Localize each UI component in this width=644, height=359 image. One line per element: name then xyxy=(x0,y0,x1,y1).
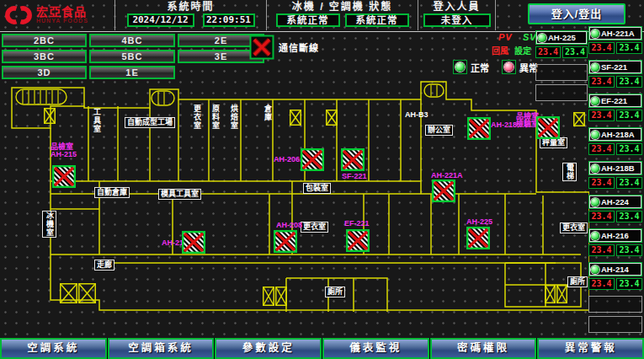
footer-button-儀表監視[interactable]: 儀表監視 xyxy=(322,338,429,359)
shaft-xbox-icon xyxy=(78,283,96,303)
floor-button-row: 2BC4BC2E xyxy=(2,34,264,47)
sv-value: 23.4 xyxy=(616,244,642,256)
floorplan: 工具室自動成型工場更衣室原料室烘焙室倉庫AH-B3辦公室秤量室電梯自動倉庫模具工… xyxy=(0,78,589,340)
system-time-value: 22:09:51 xyxy=(203,13,255,27)
floor-button-2BC[interactable]: 2BC xyxy=(2,34,87,47)
pv-cn-header: 回風 xyxy=(492,44,508,56)
unit-button-AH-225[interactable]: AH-225 xyxy=(535,30,588,45)
status-led-icon xyxy=(591,131,599,139)
sv-cn-header: 設定 xyxy=(514,44,531,56)
hvac-status-value: 系統正常 xyxy=(345,13,409,27)
unit-AH-221A: AH-221A23.423.4 xyxy=(588,26,642,54)
brand-logo-icon xyxy=(4,4,33,26)
pv-value: 23.4 xyxy=(588,110,615,121)
system-time-section: 系統時間 2024/12/12 22:09:51 xyxy=(115,0,267,30)
pv-value: 23.4 xyxy=(588,42,615,54)
unit-values: 23.423.4 xyxy=(588,110,642,121)
room-label: 模具工具室 xyxy=(158,189,201,200)
unit-values: 23.423.4 xyxy=(588,76,642,88)
sv-value: 23.4 xyxy=(616,278,642,290)
shaft-xbox-icon xyxy=(60,283,77,303)
floor-button-5BC[interactable]: 5BC xyxy=(89,50,175,63)
equipment-label-AH-218: AH-218 xyxy=(491,121,517,129)
status-led-icon xyxy=(591,97,599,105)
status-led-icon xyxy=(591,164,599,173)
unit-AH-218A: AH-218A23.423.4 xyxy=(588,127,642,155)
shaft-xbox-icon xyxy=(44,108,56,124)
pv-value: 23.4 xyxy=(588,76,615,88)
ahu-offline-icon-AH-206A[interactable] xyxy=(301,148,324,171)
unit-AH-216: AH-21623.423.4 xyxy=(588,228,642,256)
normal-led-icon xyxy=(453,60,467,74)
ahu-offline-icon-檢驗室[interactable] xyxy=(536,116,560,139)
ahu-offline-icon-AH-225[interactable] xyxy=(466,227,490,249)
unit-button-AH-216[interactable]: AH-216 xyxy=(588,228,642,243)
status-led-icon xyxy=(591,198,599,206)
sv-value: 23.4 xyxy=(616,110,642,121)
hmi-screen: 宏亞食品 HUNYA FOODS 系統時間 2024/12/12 22:09:5… xyxy=(0,0,644,359)
ahu-offline-icon-AH-221A[interactable] xyxy=(432,180,455,202)
unit-button-SF-221[interactable]: SF-221 xyxy=(588,60,642,74)
brand-name-en: HUNYA FOODS xyxy=(36,18,88,24)
floor-button-rows: 2BC4BC2E3BC5BC3E3D1E xyxy=(2,34,264,82)
comm-offline-x-icon xyxy=(249,35,274,60)
footer-menu: 空調系統空調箱系統參數設定儀表監視密碼權限異常警報 xyxy=(0,338,644,359)
room-label: 更衣室 xyxy=(301,222,328,233)
footer-button-空調系統[interactable]: 空調系統 xyxy=(0,338,107,359)
abnormal-legend: 異常 xyxy=(502,60,538,74)
shaft-xbox-icon xyxy=(326,110,338,126)
unit-label: AH-214 xyxy=(601,265,629,274)
status-led-icon xyxy=(591,232,599,240)
pv-value: 23.4 xyxy=(588,177,615,189)
room-label: 烘焙室 xyxy=(230,104,238,130)
ahu-offline-icon-AH-214[interactable] xyxy=(182,231,205,254)
machine-status-section: 冰機 / 空調機 狀態 系統正常 系統正常 xyxy=(267,0,418,30)
shaft-xbox-icon xyxy=(275,287,287,306)
room-label: 自動成型工場 xyxy=(125,117,175,128)
footer-button-密碼權限[interactable]: 密碼權限 xyxy=(430,338,537,359)
unit-button-AH-214[interactable]: AH-214 xyxy=(588,262,642,276)
system-time-label: 系統時間 xyxy=(115,0,266,13)
sv-value: 23.4 xyxy=(616,211,642,222)
pv-value: 23.4 xyxy=(588,244,615,256)
room-label: 更衣室 xyxy=(560,222,588,233)
stairs-icon xyxy=(423,83,444,98)
room-label: 辦公室 xyxy=(425,125,453,136)
unit-label: AH-225 xyxy=(548,33,576,42)
login-logout-button[interactable]: 登入/登出 xyxy=(528,3,625,24)
unit-column-2: AH-221A23.423.4SF-22123.423.4EF-22123.42… xyxy=(588,26,642,336)
brand-logo: 宏亞食品 HUNYA FOODS xyxy=(0,0,115,30)
unit-SF-221: SF-22123.423.4 xyxy=(588,60,642,88)
stairs-icon xyxy=(15,88,67,105)
room-label: 廁所 xyxy=(325,287,345,297)
ahu-offline-icon-EF-221[interactable] xyxy=(346,229,370,252)
unit-AH-214: AH-21423.423.4 xyxy=(588,262,642,290)
floor-button-3BC[interactable]: 3BC xyxy=(2,50,87,63)
unit-values: 23.423.4 xyxy=(588,244,642,256)
unit-button-AH-221A[interactable]: AH-221A xyxy=(588,26,642,40)
ahu-offline-icon-AH-215[interactable] xyxy=(52,165,76,188)
unit-column-1: AH-22523.423.4 xyxy=(535,30,588,104)
footer-button-參數設定[interactable]: 參數設定 xyxy=(215,338,322,359)
unit-label: SF-221 xyxy=(601,62,627,72)
shaft-xbox-icon xyxy=(573,112,585,126)
ahu-offline-icon-SF-221[interactable] xyxy=(341,148,365,171)
sv-value: 23.4 xyxy=(562,46,588,58)
stairs-icon xyxy=(151,90,175,106)
floor-button-4BC[interactable]: 4BC xyxy=(89,34,175,47)
status-led-icon xyxy=(538,34,546,42)
room-label: 原料室 xyxy=(211,104,220,130)
unit-button-EF-221[interactable]: EF-221 xyxy=(588,94,642,108)
unit-button-AH-224[interactable]: AH-224 xyxy=(588,195,642,209)
pv-value: 23.4 xyxy=(588,278,615,290)
footer-button-空調箱系統[interactable]: 空調箱系統 xyxy=(108,338,215,359)
shaft-xbox-icon xyxy=(556,285,567,303)
status-led-icon xyxy=(591,29,599,38)
floor-button-row: 3BC5BC3E xyxy=(2,50,264,63)
ahu-offline-icon-AH-208[interactable] xyxy=(274,230,297,253)
unit-button-AH-218A[interactable]: AH-218A xyxy=(588,127,642,142)
ahu-offline-icon-AH-218[interactable] xyxy=(467,117,491,140)
unit-button-AH-218B[interactable]: AH-218B xyxy=(588,161,642,175)
footer-button-異常警報[interactable]: 異常警報 xyxy=(537,338,644,359)
unit-label: AH-224 xyxy=(601,197,629,206)
